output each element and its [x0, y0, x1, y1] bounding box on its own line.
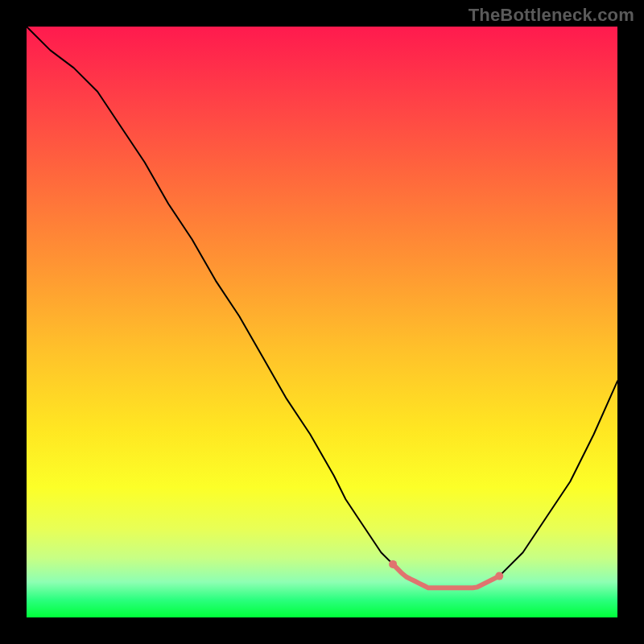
optimal-zone-marker: [393, 564, 499, 588]
watermark-text: TheBottleneck.com: [469, 5, 634, 26]
bottleneck-curve: [27, 27, 617, 588]
optimal-zone-end-dot: [495, 572, 503, 580]
chart-stage: TheBottleneck.com: [0, 0, 644, 644]
plot-area: [27, 27, 617, 617]
curve-layer: [27, 27, 617, 617]
optimal-zone-start-dot: [389, 560, 397, 568]
